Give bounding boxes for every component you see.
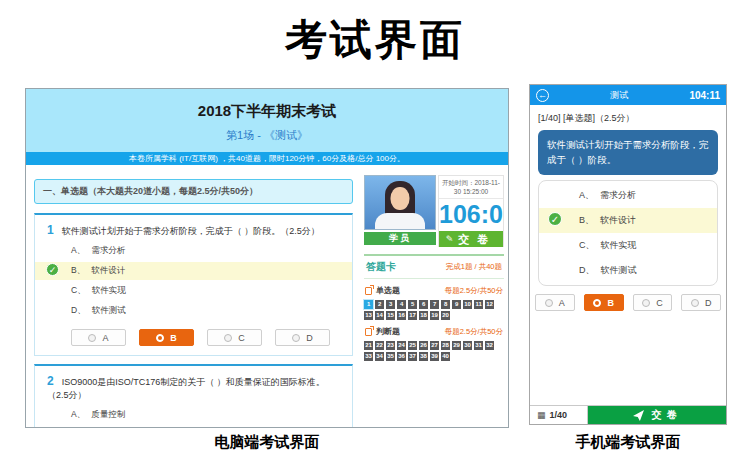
question-area: 一、单选题（本大题共20道小题，每题2.5分/共50分） 1软件测试计划开始于需… <box>26 165 361 428</box>
question-cell-4[interactable]: 4 <box>397 300 406 309</box>
answer-card-sections: 单选题每题2.5分/共50分12345678910111213141516171… <box>364 285 504 361</box>
answer-card-title: 答题卡 <box>366 260 396 274</box>
question-number: 2 <box>47 374 54 388</box>
student-role-label: 学员 <box>364 232 436 245</box>
avatar-shirt <box>375 213 425 230</box>
question-body-text: ISO9000是由ISO/TC176制定的关于（ ）和质量保证的国际标准。（2.… <box>47 377 325 400</box>
option-row-b[interactable]: B、质量管理 <box>35 426 352 428</box>
option-row-a[interactable]: A、需求分析 <box>35 242 352 260</box>
mobile-submit-button[interactable]: 交卷 <box>588 406 726 424</box>
question-cell-33[interactable]: 33 <box>364 352 373 361</box>
pen-icon: ✎ <box>446 235 454 244</box>
option-row-c[interactable]: C、软件实现 <box>35 282 352 300</box>
answer-letter: D <box>705 298 712 308</box>
answer-button-a[interactable]: A <box>71 329 126 346</box>
mobile-answer-button-c[interactable]: C <box>633 294 673 311</box>
question-cell-14[interactable]: 14 <box>375 311 384 320</box>
option-label: A、 <box>71 245 85 255</box>
question-cell-27[interactable]: 27 <box>430 341 439 350</box>
question-cell-40[interactable]: 40 <box>441 352 450 361</box>
question-cell-30[interactable]: 30 <box>463 341 472 350</box>
question-cell-22[interactable]: 22 <box>375 341 384 350</box>
option-text: 软件设计 <box>600 215 636 225</box>
question-cell-21[interactable]: 21 <box>364 341 373 350</box>
question-cell-18[interactable]: 18 <box>419 311 428 320</box>
radio-icon <box>593 299 601 307</box>
question-cell-17[interactable]: 17 <box>408 311 417 320</box>
page-title: 考试界面 <box>0 12 750 68</box>
mobile-option-row-a[interactable]: A、需求分析 <box>539 183 717 208</box>
exam-header: 2018下半年期末考试 第1场 - 《测试》 本卷所属学科 (IT/互联网) ，… <box>26 89 508 165</box>
answer-button-c[interactable]: C <box>207 329 262 346</box>
answer-sheet-icon: ▦ <box>537 410 546 420</box>
mobile-option-row-b[interactable]: ✓B、软件设计 <box>539 208 717 233</box>
section-head: 判断题每题2.5分/共50分 <box>364 326 504 337</box>
question-cell-6[interactable]: 6 <box>419 300 428 309</box>
mobile-answer-button-d[interactable]: D <box>681 294 721 311</box>
submit-button[interactable]: ✎ 交卷 <box>439 231 503 247</box>
section-name-text: 判断题 <box>376 326 400 337</box>
answer-sheet-button[interactable]: ▦ 1/40 <box>530 406 588 424</box>
question-cell-5[interactable]: 5 <box>408 300 417 309</box>
question-cell-20[interactable]: 20 <box>441 311 450 320</box>
question-cell-1[interactable]: 1 <box>364 300 373 309</box>
mobile-option-row-d[interactable]: D、软件测试 <box>539 258 717 283</box>
question-cell-13[interactable]: 13 <box>364 311 373 320</box>
question-cell-8[interactable]: 8 <box>441 300 450 309</box>
mobile-countdown-timer: 104:11 <box>689 90 720 101</box>
option-row-b[interactable]: ✓B、软件设计 <box>35 262 352 280</box>
question-cell-26[interactable]: 26 <box>419 341 428 350</box>
question-cell-35[interactable]: 35 <box>386 352 395 361</box>
answer-letter: C <box>238 333 245 343</box>
question-cell-37[interactable]: 37 <box>408 352 417 361</box>
option-text: 软件设计 <box>91 265 125 275</box>
section-header: 一、单选题（本大题共20道小题，每题2.5分/共50分） <box>34 179 353 204</box>
question-cell-15[interactable]: 15 <box>386 311 395 320</box>
question-list: 1软件测试计划开始于需求分析阶段，完成于（ ）阶段。（2.5分）A、需求分析✓B… <box>34 213 353 428</box>
question-cell-10[interactable]: 10 <box>463 300 472 309</box>
back-button[interactable]: ← <box>536 89 549 102</box>
option-text: 质量控制 <box>91 409 125 419</box>
question-cell-11[interactable]: 11 <box>474 300 483 309</box>
question-cell-3[interactable]: 3 <box>386 300 395 309</box>
option-text: 软件实现 <box>92 285 126 295</box>
answer-button-b[interactable]: B <box>139 329 194 346</box>
desktop-exam-panel: 2018下半年期末考试 第1场 - 《测试》 本卷所属学科 (IT/互联网) ，… <box>25 88 509 428</box>
exam-sidebar: 学员 开始时间：2018-11-30 15:25:00 106:0 ✎ 交卷 答… <box>361 165 508 428</box>
mobile-option-row-c[interactable]: C、软件实现 <box>539 233 717 258</box>
student-photo-column: 学员 <box>364 175 436 247</box>
question-cell-23[interactable]: 23 <box>386 341 395 350</box>
question-cell-2[interactable]: 2 <box>375 300 384 309</box>
radio-icon <box>691 299 699 307</box>
question-cell-12[interactable]: 12 <box>485 300 494 309</box>
question-number-grid: 1234567891011121314151617181920 <box>364 300 498 320</box>
question-cell-9[interactable]: 9 <box>452 300 461 309</box>
question-cell-7[interactable]: 7 <box>430 300 439 309</box>
answer-card-progress: 完成1题 / 共40题 <box>446 262 502 272</box>
section-score: 每题2.5分/共50分 <box>445 327 503 337</box>
option-row-a[interactable]: A、质量控制 <box>35 406 352 424</box>
question-cell-34[interactable]: 34 <box>375 352 384 361</box>
question-cell-25[interactable]: 25 <box>408 341 417 350</box>
question-cell-16[interactable]: 16 <box>397 311 406 320</box>
question-cell-19[interactable]: 19 <box>430 311 439 320</box>
question-cell-28[interactable]: 28 <box>441 341 450 350</box>
option-label: B、 <box>71 265 85 275</box>
timer-box: 开始时间：2018-11-30 15:25:00 106:0 ✎ 交卷 <box>438 175 504 247</box>
question-cell-29[interactable]: 29 <box>452 341 461 350</box>
option-row-d[interactable]: D、软件测试 <box>35 302 352 320</box>
mobile-answer-button-a[interactable]: A <box>535 294 575 311</box>
question-cell-36[interactable]: 36 <box>397 352 406 361</box>
option-label: C、 <box>579 240 595 250</box>
option-text: 软件实现 <box>601 240 637 250</box>
question-cell-31[interactable]: 31 <box>474 341 483 350</box>
question-cell-24[interactable]: 24 <box>397 341 406 350</box>
mobile-footer: ▦ 1/40 交卷 <box>530 405 726 424</box>
answer-letter: A <box>102 333 108 343</box>
mobile-answer-button-b[interactable]: B <box>584 294 624 311</box>
question-cell-32[interactable]: 32 <box>485 341 494 350</box>
answer-button-d[interactable]: D <box>275 329 330 346</box>
option-label: D、 <box>579 265 595 275</box>
question-cell-39[interactable]: 39 <box>430 352 439 361</box>
question-cell-38[interactable]: 38 <box>419 352 428 361</box>
